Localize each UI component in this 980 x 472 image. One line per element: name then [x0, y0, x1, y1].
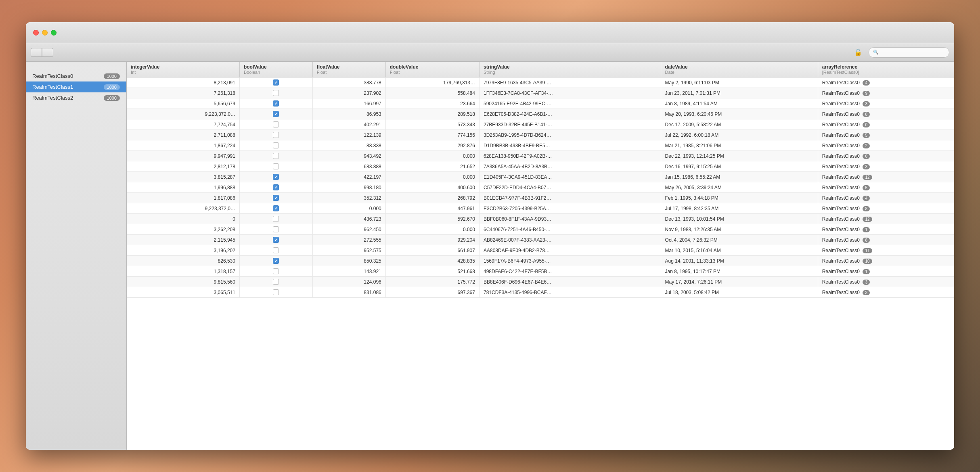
checkbox-unchecked[interactable]: [273, 279, 279, 285]
cell-integer: 2,812,178: [127, 161, 239, 172]
maximize-button[interactable]: [51, 30, 57, 36]
checkbox-unchecked[interactable]: [273, 226, 279, 232]
checkbox-checked[interactable]: [273, 184, 279, 190]
table-body: 8,213,091388.778179,769,313…7979F8E9-163…: [127, 77, 954, 298]
col-header-stringValue[interactable]: stringValueString: [479, 62, 661, 77]
cell-bool: [239, 151, 312, 161]
sidebar-item-badge: 1000: [104, 84, 120, 90]
cell-double: 697.367: [385, 287, 479, 298]
cell-string: BBF0B060-8F1F-43AA-9D93…: [479, 214, 661, 224]
search-box[interactable]: 🔍: [869, 47, 949, 58]
table-row: 1,817,086352.312268.792B01ECB47-977F-4B3…: [127, 193, 954, 203]
minimize-button[interactable]: [42, 30, 48, 36]
array-ref-link[interactable]: RealmTestClass0: [822, 290, 860, 295]
cell-date: Mar 21, 1985, 8:21:06 PM: [661, 140, 818, 151]
cell-string: B01ECB47-977F-4B3B-91F2…: [479, 193, 661, 203]
cell-array-ref: RealmTestClass0 3: [818, 277, 954, 287]
array-ref-link[interactable]: RealmTestClass0: [822, 132, 860, 138]
array-ref-link[interactable]: RealmTestClass0: [822, 101, 860, 107]
array-ref-link[interactable]: RealmTestClass0: [822, 185, 860, 190]
cell-float: 0.000: [312, 203, 385, 214]
array-ref-link[interactable]: RealmTestClass0: [822, 258, 860, 264]
col-header-boolValue[interactable]: boolValueBoolean: [239, 62, 312, 77]
cell-bool: [239, 214, 312, 224]
cell-string: AB82469E-007F-4383-AA23-…: [479, 235, 661, 245]
array-ref-link[interactable]: RealmTestClass0: [822, 216, 860, 222]
col-header-doubleValue[interactable]: doubleValueFloat: [385, 62, 479, 77]
array-ref-link[interactable]: RealmTestClass0: [822, 195, 860, 201]
checkbox-unchecked[interactable]: [273, 132, 279, 138]
cell-float: 86.953: [312, 109, 385, 119]
checkbox-unchecked[interactable]: [273, 142, 279, 148]
checkbox-checked[interactable]: [273, 111, 279, 117]
close-button[interactable]: [33, 30, 39, 36]
main-window: 🔓 🔍 RealmTestClass0 1000RealmTestClass1 …: [26, 22, 954, 450]
checkbox-unchecked[interactable]: [273, 153, 279, 159]
checkbox-checked[interactable]: [273, 174, 279, 180]
table-row: 0436.723592.670BBF0B060-8F1F-43AA-9D93…D…: [127, 214, 954, 224]
checkbox-unchecked[interactable]: [273, 163, 279, 169]
checkbox-checked[interactable]: [273, 237, 279, 243]
cell-array-ref: RealmTestClass0 0: [818, 119, 954, 130]
cell-array-ref: RealmTestClass0 5: [818, 182, 954, 193]
cell-date: Feb 1, 1995, 3:44:18 PM: [661, 193, 818, 203]
cell-date: Oct 4, 2004, 7:26:32 PM: [661, 235, 818, 245]
array-ref-count: 3: [863, 164, 870, 169]
table-row: 2,115,945272.555929.204AB82469E-007F-438…: [127, 235, 954, 245]
array-ref-link[interactable]: RealmTestClass0: [822, 90, 860, 96]
array-ref-link[interactable]: RealmTestClass0: [822, 153, 860, 159]
cell-integer: 1,867,224: [127, 140, 239, 151]
array-ref-count: 12: [863, 175, 872, 180]
checkbox-unchecked[interactable]: [273, 90, 279, 96]
array-ref-link[interactable]: RealmTestClass0: [822, 122, 860, 127]
cell-bool: [239, 172, 312, 182]
checkbox-unchecked[interactable]: [273, 247, 279, 253]
array-ref-link[interactable]: RealmTestClass0: [822, 174, 860, 180]
col-header-integerValue[interactable]: integerValueInt: [127, 62, 239, 77]
cell-integer: 9,947,991: [127, 151, 239, 161]
cell-array-ref: RealmTestClass0 3: [818, 98, 954, 109]
checkbox-unchecked[interactable]: [273, 268, 279, 274]
array-ref-link[interactable]: RealmTestClass0: [822, 237, 860, 243]
cell-bool: [239, 119, 312, 130]
checkbox-checked[interactable]: [273, 258, 279, 264]
checkbox-checked[interactable]: [273, 100, 279, 107]
array-ref-link[interactable]: RealmTestClass0: [822, 80, 860, 86]
back-button[interactable]: [31, 48, 42, 57]
table-row: 9,223,372,0…86.953289.518E628E705-D382-4…: [127, 109, 954, 119]
cell-integer: 9,815,560: [127, 277, 239, 287]
cell-float: 850.325: [312, 256, 385, 266]
array-ref-link[interactable]: RealmTestClass0: [822, 279, 860, 285]
checkbox-checked[interactable]: [273, 205, 279, 211]
col-header-floatValue[interactable]: floatValueFloat: [312, 62, 385, 77]
array-ref-count: 3: [863, 101, 870, 107]
checkbox-checked[interactable]: [273, 195, 279, 201]
checkbox-unchecked[interactable]: [273, 289, 279, 295]
array-ref-link[interactable]: RealmTestClass0: [822, 143, 860, 148]
array-ref-link[interactable]: RealmTestClass0: [822, 227, 860, 232]
col-header-arrayReference[interactable]: arrayReference[RealmTestClass0]: [818, 62, 954, 77]
data-area[interactable]: integerValueIntboolValueBooleanfloatValu…: [127, 62, 954, 450]
cell-double: 292.876: [385, 140, 479, 151]
sidebar-item-RealmTestClass1[interactable]: RealmTestClass1 1000: [26, 81, 126, 92]
checkbox-unchecked[interactable]: [273, 216, 279, 222]
array-ref-link[interactable]: RealmTestClass0: [822, 164, 860, 169]
main-content: RealmTestClass0 1000RealmTestClass1 1000…: [26, 62, 954, 450]
cell-string: 628EA138-950D-42F9-A02B-…: [479, 151, 661, 161]
array-ref-link[interactable]: RealmTestClass0: [822, 206, 860, 211]
checkbox-unchecked[interactable]: [273, 121, 279, 127]
array-ref-link[interactable]: RealmTestClass0: [822, 248, 860, 253]
col-header-dateValue[interactable]: dateValueDate: [661, 62, 818, 77]
cell-integer: 3,262,208: [127, 224, 239, 235]
sidebar-item-RealmTestClass0[interactable]: RealmTestClass0 1000: [26, 71, 126, 81]
forward-button[interactable]: [42, 48, 53, 57]
cell-integer: 3,065,511: [127, 287, 239, 298]
array-ref-link[interactable]: RealmTestClass0: [822, 111, 860, 117]
checkbox-checked[interactable]: [273, 79, 279, 86]
array-ref-count: 8: [863, 206, 870, 211]
cell-array-ref: RealmTestClass0 11: [818, 245, 954, 256]
sidebar-item-RealmTestClass2[interactable]: RealmTestClass2 1000: [26, 92, 126, 103]
array-ref-count: 1: [863, 227, 870, 232]
table-row: 2,812,178683.88821.6527A386A5A-45AA-4B2D…: [127, 161, 954, 172]
array-ref-link[interactable]: RealmTestClass0: [822, 269, 860, 274]
